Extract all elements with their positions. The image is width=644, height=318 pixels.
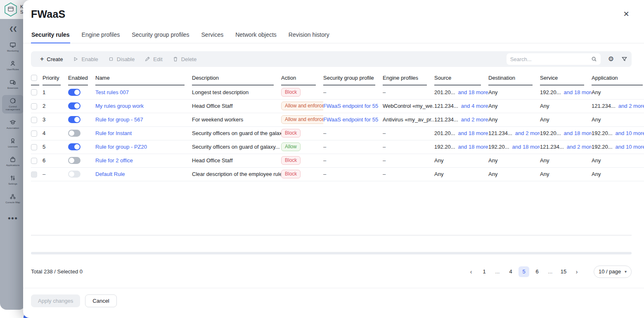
sgp-link[interactable]: FWaaS endpoint for 55 [323,103,378,109]
action-badge: Allow [281,142,301,151]
disable-button[interactable]: Disable [103,54,140,65]
sidebar-item-settings[interactable]: Settings [2,172,24,188]
tab-security-group-profiles[interactable]: Security group profiles [131,28,189,43]
action-badge: Allow and enforce [281,102,323,110]
horizontal-scrollbar[interactable] [31,252,632,254]
application-more-link[interactable]: and 10 more [616,144,644,150]
search-input[interactable] [510,56,591,62]
tab-engine-profiles[interactable]: Engine profiles [81,28,121,43]
action-badge: Block [281,88,301,97]
description-cell: Head Office Staff [192,154,281,167]
apply-changes-button[interactable]: Apply changes [31,294,80,307]
source-more-link[interactable]: and 18 more [458,144,488,150]
sidebar-more-icon[interactable]: ●●● [8,215,18,221]
table-row[interactable]: 5 Rule for group - PZ20 Security officer… [31,140,644,154]
cancel-button[interactable]: Cancel [85,294,116,307]
table-row[interactable]: 3 Rule for group - 567 For weekend worke… [31,113,644,126]
page-15[interactable]: 15 [558,266,569,277]
page-5-current[interactable]: 5 [519,266,529,277]
table-row[interactable]: 2 My rules group work Head Office Staff … [31,99,644,113]
gear-icon[interactable]: ⚙ [608,56,614,62]
enabled-toggle[interactable] [68,143,80,150]
service-more-link[interactable]: and 18 more [564,89,592,95]
tab-security-rules[interactable]: Security rules [31,28,70,43]
edit-button[interactable]: Edit [140,54,167,65]
action-badge: Block [281,156,301,165]
table-row-default-rule[interactable]: – Default Rule Clear description of the … [31,167,644,181]
sidebar-item-monitoring[interactable]: Monitoring [2,39,24,55]
destination-cell: Any [488,171,497,177]
source-more-link[interactable]: and 4 more [461,103,488,109]
service-cell: Any [540,157,549,164]
page-1[interactable]: 1 [479,266,490,277]
rule-name-link[interactable]: Rule for group - PZ20 [95,144,147,150]
nodes-icon [9,193,16,200]
tab-services[interactable]: Services [201,28,224,43]
chevron-right-icon[interactable]: › [571,266,582,277]
application-more-link[interactable]: and 2 more [618,103,644,109]
sidebar-collapse-icon[interactable]: ❮❮ [9,26,17,32]
sidebar-item-automation[interactable]: Automation [2,116,24,132]
page-size-select[interactable]: 10 / page ▾ [594,266,632,278]
sgp-cell: – [323,171,326,177]
engine-cell: – [383,144,386,150]
page-ellipsis: ... [545,266,556,277]
select-all-checkbox[interactable] [31,75,37,81]
enabled-toggle[interactable] [68,130,80,137]
description-cell: Longest test description [192,85,281,99]
sidebar-item-label: Console Map [5,201,20,204]
source-more-link[interactable]: and 18 more [458,89,488,95]
page-6[interactable]: 6 [532,266,542,277]
sidebar-item-essences[interactable]: Essences [2,76,24,92]
row-checkbox[interactable] [31,89,37,95]
rule-name-link[interactable]: Rule for group - 567 [95,116,143,123]
pagination: ‹ 1 ... 4 5 6 ... 15 › 10 / page ▾ [466,266,632,278]
tab-network-objects[interactable]: Network objects [235,28,277,43]
tab-revision-history[interactable]: Revision history [288,28,330,43]
sgp-link[interactable]: FWaaS endpoint for 55 [323,116,378,123]
sidebar-item-console-map[interactable]: Console Map [2,191,24,206]
sidebar-item-licences[interactable]: Licences [2,135,24,151]
enabled-toggle[interactable] [68,102,80,109]
close-icon[interactable]: ✕ [621,9,632,19]
row-checkbox[interactable] [31,103,37,109]
search-box [507,53,601,65]
destination-more-link[interactable]: and 2 more [515,130,540,136]
toolbar-right: ⚙ [507,53,627,65]
description-cell: Security officers on guard of the galaxy [192,126,281,140]
row-checkbox[interactable] [31,117,37,123]
sgp-cell: – [323,89,326,95]
enable-button[interactable]: Enable [68,54,103,65]
service-cell: Any [540,103,549,109]
table-row[interactable]: 1 Test rules 007 Longest test descriptio… [31,85,644,99]
rule-name-link[interactable]: Rule for 2 office [95,157,133,164]
service-more-link[interactable]: and 2 more [567,144,592,150]
rule-name-link[interactable]: My rules group work [95,103,144,109]
table-row[interactable]: 6 Rule for 2 office Head Office Staff Bl… [31,154,644,167]
destination-more-link[interactable]: and 18 more [512,144,540,150]
sidebar-item-user-roles[interactable]: User/Roles [2,58,24,74]
rule-name-link[interactable]: Rule for Instant [95,130,132,136]
source-cell: Any [434,157,443,164]
enabled-toggle[interactable] [68,116,80,123]
row-checkbox[interactable] [31,144,37,150]
enabled-toggle[interactable] [68,89,80,96]
sidebar-item-control-management[interactable]: Control management [2,95,24,114]
row-checkbox[interactable] [31,131,37,137]
application-more-link[interactable]: and 10 more [616,130,644,136]
rule-name-link[interactable]: Test rules 007 [95,89,129,95]
row-checkbox[interactable] [31,158,37,164]
service-more-link[interactable]: and 18 more [564,130,592,136]
source-more-link[interactable]: and 2 more [461,116,488,123]
source-more-link[interactable]: and 18 more [458,130,488,136]
rule-name-link[interactable]: Default Rule [95,171,125,177]
create-button[interactable]: + Create [35,54,68,65]
page-4[interactable]: 4 [505,266,516,277]
table-row[interactable]: 4 Rule for Instant Security officers on … [31,126,644,140]
filter-icon[interactable] [621,56,627,62]
sidebar-item-applications[interactable]: Applications [2,154,24,169]
delete-button[interactable]: Delete [168,54,202,65]
sidebar-item-label: Settings [8,183,17,185]
enabled-toggle[interactable] [68,157,80,164]
chevron-left-icon[interactable]: ‹ [466,266,476,277]
